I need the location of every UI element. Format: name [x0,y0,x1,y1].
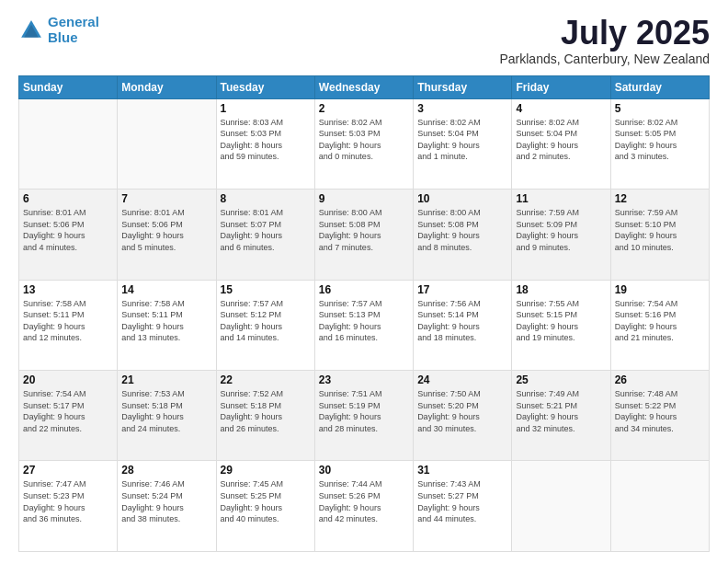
day-number: 6 [23,192,113,205]
logo: General Blue [18,15,99,45]
day-number: 8 [221,192,311,205]
logo-text: General Blue [48,15,99,45]
calendar-cell: 13Sunrise: 7:58 AM Sunset: 5:11 PM Dayli… [19,280,118,370]
day-number: 10 [417,192,507,205]
day-info: Sunrise: 7:54 AM Sunset: 5:16 PM Dayligh… [615,298,705,344]
day-info: Sunrise: 8:00 AM Sunset: 5:08 PM Dayligh… [417,207,507,253]
day-number: 24 [417,373,507,386]
day-number: 28 [121,464,211,477]
day-info: Sunrise: 7:59 AM Sunset: 5:09 PM Dayligh… [516,207,606,253]
calendar-week-row: 1Sunrise: 8:03 AM Sunset: 5:03 PM Daylig… [19,98,710,189]
calendar-cell: 23Sunrise: 7:51 AM Sunset: 5:19 PM Dayli… [314,371,413,461]
day-number: 2 [319,102,409,115]
calendar-cell: 29Sunrise: 7:45 AM Sunset: 5:25 PM Dayli… [216,461,314,552]
day-info: Sunrise: 8:02 AM Sunset: 5:05 PM Dayligh… [615,117,705,163]
weekday-header-thursday: Thursday [414,75,512,98]
calendar-cell: 21Sunrise: 7:53 AM Sunset: 5:18 PM Dayli… [118,371,216,461]
calendar-cell [512,461,610,552]
calendar-week-row: 6Sunrise: 8:01 AM Sunset: 5:06 PM Daylig… [19,190,710,280]
weekday-header-tuesday: Tuesday [216,75,314,98]
calendar-cell: 25Sunrise: 7:49 AM Sunset: 5:21 PM Dayli… [512,371,610,461]
calendar-week-row: 20Sunrise: 7:54 AM Sunset: 5:17 PM Dayli… [19,371,710,461]
day-number: 15 [221,283,311,296]
header: General Blue July 2025 Parklands, Canter… [18,15,710,66]
day-info: Sunrise: 7:48 AM Sunset: 5:22 PM Dayligh… [615,388,705,434]
calendar-table: SundayMondayTuesdayWednesdayThursdayFrid… [18,75,710,552]
day-info: Sunrise: 7:59 AM Sunset: 5:10 PM Dayligh… [615,207,705,253]
weekday-header-friday: Friday [512,75,610,98]
calendar-cell: 11Sunrise: 7:59 AM Sunset: 5:09 PM Dayli… [512,190,610,280]
calendar-cell: 9Sunrise: 8:00 AM Sunset: 5:08 PM Daylig… [314,190,413,280]
day-info: Sunrise: 7:45 AM Sunset: 5:25 PM Dayligh… [221,478,311,524]
calendar-cell: 28Sunrise: 7:46 AM Sunset: 5:24 PM Dayli… [118,461,216,552]
day-info: Sunrise: 7:55 AM Sunset: 5:15 PM Dayligh… [516,298,606,344]
day-number: 17 [417,283,507,296]
calendar-cell: 20Sunrise: 7:54 AM Sunset: 5:17 PM Dayli… [19,371,118,461]
day-number: 3 [417,102,507,115]
calendar-cell: 4Sunrise: 8:02 AM Sunset: 5:04 PM Daylig… [512,98,610,189]
day-number: 12 [615,192,705,205]
day-info: Sunrise: 8:02 AM Sunset: 5:04 PM Dayligh… [516,117,606,163]
calendar-cell: 24Sunrise: 7:50 AM Sunset: 5:20 PM Dayli… [414,371,512,461]
calendar-cell: 30Sunrise: 7:44 AM Sunset: 5:26 PM Dayli… [314,461,413,552]
calendar-cell: 16Sunrise: 7:57 AM Sunset: 5:13 PM Dayli… [314,280,413,370]
calendar-cell: 14Sunrise: 7:58 AM Sunset: 5:11 PM Dayli… [118,280,216,370]
day-info: Sunrise: 8:03 AM Sunset: 5:03 PM Dayligh… [221,117,311,163]
day-number: 23 [319,373,409,386]
day-number: 9 [319,192,409,205]
day-number: 7 [121,192,211,205]
calendar-cell: 6Sunrise: 8:01 AM Sunset: 5:06 PM Daylig… [19,190,118,280]
day-number: 31 [417,464,507,477]
calendar-cell: 31Sunrise: 7:43 AM Sunset: 5:27 PM Dayli… [414,461,512,552]
day-info: Sunrise: 7:46 AM Sunset: 5:24 PM Dayligh… [121,478,211,524]
day-number: 19 [615,283,705,296]
month-title: July 2025 [499,15,710,52]
calendar-page: General Blue July 2025 Parklands, Canter… [0,0,728,563]
day-info: Sunrise: 7:49 AM Sunset: 5:21 PM Dayligh… [516,388,606,434]
weekday-header-saturday: Saturday [610,75,709,98]
day-number: 5 [615,102,705,115]
day-number: 18 [516,283,606,296]
day-number: 30 [319,464,409,477]
day-info: Sunrise: 7:57 AM Sunset: 5:12 PM Dayligh… [221,298,311,344]
calendar-week-row: 27Sunrise: 7:47 AM Sunset: 5:23 PM Dayli… [19,461,710,552]
calendar-week-row: 13Sunrise: 7:58 AM Sunset: 5:11 PM Dayli… [19,280,710,370]
calendar-cell [118,98,216,189]
day-info: Sunrise: 7:43 AM Sunset: 5:27 PM Dayligh… [417,478,507,524]
day-info: Sunrise: 8:01 AM Sunset: 5:06 PM Dayligh… [121,207,211,253]
logo-icon [18,17,44,43]
day-number: 4 [516,102,606,115]
weekday-header-row: SundayMondayTuesdayWednesdayThursdayFrid… [19,75,710,98]
day-info: Sunrise: 7:53 AM Sunset: 5:18 PM Dayligh… [121,388,211,434]
day-number: 20 [23,373,113,386]
calendar-cell: 15Sunrise: 7:57 AM Sunset: 5:12 PM Dayli… [216,280,314,370]
calendar-cell: 19Sunrise: 7:54 AM Sunset: 5:16 PM Dayli… [610,280,709,370]
calendar-cell: 2Sunrise: 8:02 AM Sunset: 5:03 PM Daylig… [314,98,413,189]
day-info: Sunrise: 8:02 AM Sunset: 5:03 PM Dayligh… [319,117,409,163]
weekday-header-monday: Monday [118,75,216,98]
calendar-cell: 27Sunrise: 7:47 AM Sunset: 5:23 PM Dayli… [19,461,118,552]
day-info: Sunrise: 7:51 AM Sunset: 5:19 PM Dayligh… [319,388,409,434]
day-info: Sunrise: 7:44 AM Sunset: 5:26 PM Dayligh… [319,478,409,524]
day-number: 26 [615,373,705,386]
weekday-header-sunday: Sunday [19,75,118,98]
day-info: Sunrise: 7:58 AM Sunset: 5:11 PM Dayligh… [23,298,113,344]
title-block: July 2025 Parklands, Canterbury, New Zea… [499,15,710,66]
calendar-cell: 8Sunrise: 8:01 AM Sunset: 5:07 PM Daylig… [216,190,314,280]
day-info: Sunrise: 7:58 AM Sunset: 5:11 PM Dayligh… [121,298,211,344]
day-info: Sunrise: 8:01 AM Sunset: 5:07 PM Dayligh… [221,207,311,253]
day-info: Sunrise: 7:50 AM Sunset: 5:20 PM Dayligh… [417,388,507,434]
calendar-cell [610,461,709,552]
day-number: 16 [319,283,409,296]
calendar-cell: 18Sunrise: 7:55 AM Sunset: 5:15 PM Dayli… [512,280,610,370]
calendar-cell: 7Sunrise: 8:01 AM Sunset: 5:06 PM Daylig… [118,190,216,280]
day-number: 14 [121,283,211,296]
day-info: Sunrise: 8:00 AM Sunset: 5:08 PM Dayligh… [319,207,409,253]
day-info: Sunrise: 7:47 AM Sunset: 5:23 PM Dayligh… [23,478,113,524]
day-info: Sunrise: 8:02 AM Sunset: 5:04 PM Dayligh… [417,117,507,163]
day-number: 11 [516,192,606,205]
day-number: 22 [221,373,311,386]
day-number: 25 [516,373,606,386]
day-info: Sunrise: 8:01 AM Sunset: 5:06 PM Dayligh… [23,207,113,253]
day-number: 21 [121,373,211,386]
